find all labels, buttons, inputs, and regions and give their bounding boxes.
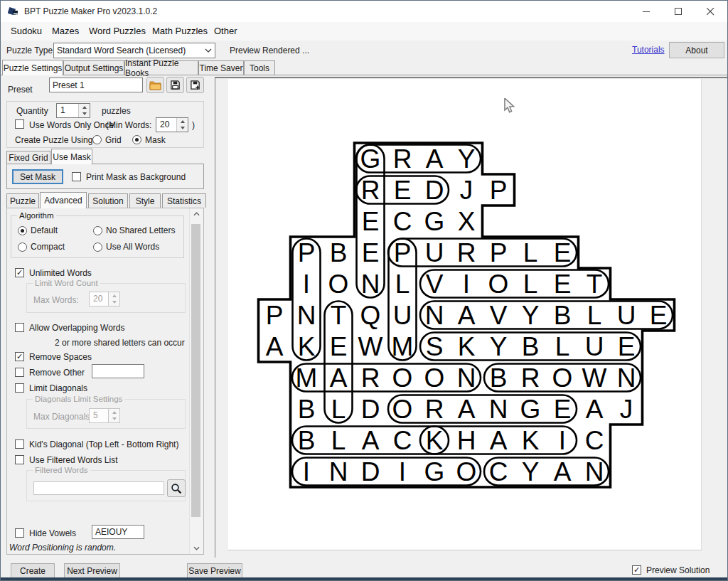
menu-word-puzzles[interactable]: Word Puzzles [89, 26, 146, 36]
svg-text:U: U [393, 301, 412, 330]
svg-text:I: I [303, 270, 310, 299]
svg-text:L: L [331, 426, 346, 455]
mask-radio-label: Mask [145, 135, 166, 145]
filtered-words-label: Filtered Words [33, 466, 90, 474]
algo-default-radio[interactable] [18, 226, 27, 235]
algo-all-words-radio[interactable] [93, 242, 102, 252]
preset-input[interactable] [49, 78, 143, 92]
print-mask-checkbox[interactable]: ✓ [72, 172, 81, 181]
algorithm-group-label: Algorithm [17, 211, 56, 220]
scrollbar-thumb[interactable] [191, 224, 200, 517]
tab-solution[interactable]: Solution [88, 193, 128, 208]
svg-text:C: C [489, 457, 508, 486]
svg-text:A: A [362, 426, 380, 455]
tab-instant-puzzle-books[interactable]: Instant Puzzle Books [124, 60, 198, 75]
scroll-up-arrow[interactable] [190, 208, 203, 220]
limit-diagonals-checkbox[interactable]: ✓ [15, 383, 24, 393]
search-icon [171, 483, 182, 494]
mask-radio[interactable] [132, 135, 141, 144]
svg-text:B: B [554, 301, 572, 330]
min-words-stepper[interactable]: 20 [156, 117, 188, 132]
allow-overlapping-checkbox[interactable]: ✓ [15, 323, 24, 332]
unlimited-words-label: Unlimited Words [29, 268, 92, 278]
tab-use-mask[interactable]: Use Mask [51, 149, 92, 164]
menu-other[interactable]: Other [214, 26, 237, 36]
save-preview-button[interactable]: Save Preview [187, 563, 242, 578]
use-filtered-checkbox[interactable]: ✓ [15, 455, 24, 464]
svg-text:E: E [554, 238, 572, 267]
filtered-words-search-button[interactable] [167, 479, 186, 497]
allow-overlapping-label: Allow Overlapping Words [29, 323, 125, 333]
preview-panel: GRAYREDJPECGXPBEPURPLEIONLVIOLETPNTQUNAV… [215, 77, 727, 558]
positioning-footnote: Word Positioning is random. [9, 543, 116, 553]
remove-other-input[interactable] [92, 364, 144, 378]
close-button[interactable] [695, 1, 727, 22]
tab-output-settings[interactable]: Output Settings [63, 60, 124, 75]
close-icon [707, 8, 714, 16]
tab-fixed-grid[interactable]: Fixed Grid [6, 151, 50, 164]
remove-spaces-checkbox[interactable]: ✓ [15, 352, 24, 361]
svg-text:L: L [587, 301, 602, 330]
maximize-button[interactable] [663, 1, 695, 22]
min-words-down[interactable] [177, 125, 188, 132]
svg-text:H: H [457, 426, 476, 455]
svg-text:L: L [555, 332, 570, 361]
save-preset-as-button[interactable] [186, 77, 204, 93]
algo-no-shared-radio[interactable] [93, 226, 102, 235]
quantity-up[interactable] [79, 104, 90, 111]
scroll-down-arrow[interactable] [190, 543, 203, 554]
tab-puzzle-settings[interactable]: Puzzle Settings [2, 60, 63, 75]
tab-style[interactable]: Style [129, 193, 161, 208]
tab-tools[interactable]: Tools [244, 60, 275, 75]
title-bar: BPT BPT Puzzle Maker Pro v2023.1.0.2 [1, 1, 728, 22]
min-words-up[interactable] [177, 118, 188, 125]
menu-sudoku[interactable]: Sudoku [11, 26, 42, 36]
svg-text:B: B [522, 332, 540, 361]
grid-radio[interactable] [92, 135, 102, 144]
svg-text:N: N [617, 363, 636, 393]
use-words-once-checkbox[interactable]: ✓ [15, 119, 24, 129]
advanced-scrollbar[interactable] [189, 208, 203, 554]
open-preset-button[interactable] [146, 77, 164, 93]
tab-statistics[interactable]: Statistics [162, 193, 206, 208]
save-preset-button[interactable] [166, 77, 184, 93]
mouse-cursor [503, 98, 518, 114]
svg-text:G: G [520, 395, 541, 424]
svg-text:G: G [360, 144, 381, 174]
svg-text:N: N [457, 363, 476, 393]
hide-vowels-input[interactable] [92, 525, 144, 539]
quantity-units: puzzles [102, 106, 131, 116]
algo-compact-radio[interactable] [18, 242, 27, 252]
remove-other-checkbox[interactable]: ✓ [15, 368, 24, 377]
filtered-words-input[interactable] [33, 481, 164, 495]
tab-advanced[interactable]: Advanced [40, 192, 87, 208]
next-preview-button[interactable]: Next Preview [64, 563, 120, 578]
preview-solution-checkbox[interactable]: ✓ [632, 565, 641, 575]
create-button[interactable]: Create [11, 563, 55, 578]
algo-all-words-label: Use All Words [106, 242, 159, 252]
quantity-down[interactable] [79, 111, 90, 118]
about-button[interactable]: About [669, 42, 724, 58]
puzzle-type-select[interactable]: Standard Word Search (Licensed) [53, 43, 215, 58]
tab-time-saver[interactable]: Time Saver [198, 60, 244, 75]
minimize-button[interactable] [631, 1, 663, 22]
folder-icon [149, 80, 161, 90]
svg-text:O: O [424, 363, 445, 393]
menu-mazes[interactable]: Mazes [52, 26, 79, 36]
menu-math-puzzles[interactable]: Math Puzzles [152, 26, 208, 36]
hide-vowels-checkbox[interactable]: ✓ [15, 528, 24, 538]
quantity-stepper[interactable]: 1 [56, 103, 90, 118]
main-tab-divider [1, 75, 728, 75]
svg-text:G: G [424, 207, 445, 236]
svg-text:L: L [523, 270, 538, 299]
svg-text:E: E [554, 270, 572, 299]
set-mask-button[interactable]: Set Mask [12, 169, 63, 184]
use-filtered-label: Use Filtered Words List [29, 455, 117, 465]
hide-vowels-label: Hide Vowels [29, 528, 76, 538]
kids-diagonal-checkbox[interactable]: ✓ [15, 439, 24, 449]
algo-no-shared-label: No Shared Letters [106, 225, 175, 235]
tab-puzzle[interactable]: Puzzle [6, 193, 39, 208]
unlimited-words-checkbox[interactable]: ✓ [15, 268, 24, 277]
tutorials-link[interactable]: Tutorials [632, 45, 665, 55]
svg-text:A: A [458, 395, 476, 424]
